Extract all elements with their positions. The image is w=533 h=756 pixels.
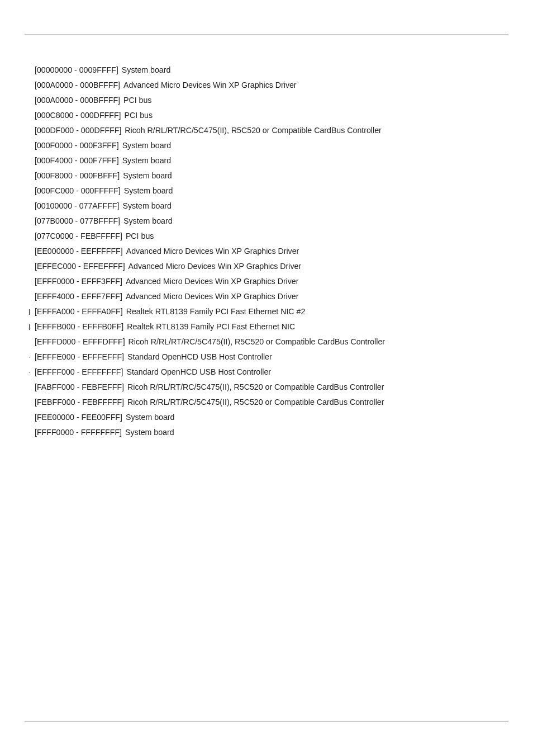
memory-address-range: [FABFF000 - FEBFEFFF]	[34, 380, 127, 395]
device-name: Realtek RTL8139 Family PCI Fast Ethernet…	[126, 304, 306, 319]
device-name: Advanced Micro Devices Win XP Graphics D…	[123, 78, 297, 93]
memory-resource-row: [EFFF4000 - EFFF7FFF]Advanced Micro Devi…	[25, 289, 533, 304]
device-name: Realtek RTL8139 Family PCI Fast Ethernet…	[127, 319, 295, 334]
memory-resource-list: [00000000 - 0009FFFF]System board[000A00…	[25, 63, 533, 440]
memory-resource-row: [EFFFD000 - EFFFDFFF]Ricoh R/RL/RT/RC/5C…	[25, 334, 533, 349]
memory-address-range: [EFFFF000 - EFFFFFFF]	[34, 365, 126, 380]
memory-address-range: [000C8000 - 000DFFFF]	[34, 108, 125, 123]
memory-resource-row: |[EFFFA000 - EFFFA0FF]Realtek RTL8139 Fa…	[25, 304, 533, 319]
memory-resource-row: [FEE00000 - FEE00FFF]System board	[25, 410, 533, 425]
memory-address-range: [000DF000 - 000DFFFF]	[34, 123, 125, 138]
device-name: PCI bus	[125, 108, 153, 123]
device-name: Standard OpenHCD USB Host Controller	[127, 349, 272, 365]
device-name: System board	[126, 410, 175, 425]
memory-address-range: [000A0000 - 000BFFFF]	[34, 78, 123, 93]
device-name: PCI bus	[126, 229, 154, 244]
memory-address-range: [000FC000 - 000FFFFF]	[34, 183, 124, 199]
device-name: System board	[122, 153, 172, 168]
device-name: Ricoh R/RL/RT/RC/5C475(II), R5C520 or Co…	[127, 380, 384, 395]
device-name: PCI bus	[123, 93, 151, 108]
bottom-horizontal-rule	[25, 721, 508, 721]
memory-resource-row: [000F4000 - 000F7FFF]System board	[25, 153, 533, 168]
memory-resource-row: [000FC000 - 000FFFFF]System board	[25, 183, 533, 199]
memory-resource-row: [00100000 - 077AFFFF]System board	[25, 199, 533, 214]
device-name: Standard OpenHCD USB Host Controller	[126, 365, 271, 380]
row-marker-icon: |	[25, 304, 34, 319]
device-name: System board	[123, 214, 173, 229]
memory-resource-row: [000F8000 - 000FBFFF]System board	[25, 168, 533, 183]
memory-address-range: [EFFEC000 - EFFEFFFF]	[34, 259, 129, 274]
memory-address-range: [EFFF0000 - EFFF3FFF]	[34, 274, 126, 289]
device-name: Ricoh R/RL/RT/RC/5C475(II), R5C520 or Co…	[129, 334, 385, 349]
device-name: Ricoh R/RL/RT/RC/5C475(II), R5C520 or Co…	[125, 123, 381, 138]
memory-resource-row: [FABFF000 - FEBFEFFF]Ricoh R/RL/RT/RC/5C…	[25, 380, 533, 395]
memory-resource-row: [000DF000 - 000DFFFF]Ricoh R/RL/RT/RC/5C…	[25, 123, 533, 138]
memory-address-range: [EE000000 - EEFFFFFF]	[34, 244, 126, 259]
memory-address-range: [EFFF4000 - EFFF7FFF]	[34, 289, 126, 304]
memory-resource-row: [FEBFF000 - FEBFFFFF]Ricoh R/RL/RT/RC/5C…	[25, 395, 533, 410]
memory-resource-row: [EE000000 - EEFFFFFF]Advanced Micro Devi…	[25, 244, 533, 259]
memory-address-range: [EFFFA000 - EFFFA0FF]	[34, 304, 126, 319]
memory-resource-row: [000A0000 - 000BFFFF]PCI bus	[25, 93, 533, 108]
memory-address-range: [00100000 - 077AFFFF]	[34, 199, 122, 214]
memory-resource-row: |[EFFFB000 - EFFFB0FF]Realtek RTL8139 Fa…	[25, 319, 533, 334]
device-name: System board	[125, 425, 174, 440]
memory-address-range: [EFFFB000 - EFFFB0FF]	[34, 319, 127, 334]
device-name: System board	[122, 199, 172, 214]
memory-address-range: [EFFFE000 - EFFFEFFF]	[34, 349, 127, 365]
memory-address-range: [FEBFF000 - FEBFFFFF]	[34, 395, 127, 410]
memory-address-range: [FEE00000 - FEE00FFF]	[34, 410, 126, 425]
device-name: System board	[122, 63, 171, 78]
device-name: Advanced Micro Devices Win XP Graphics D…	[126, 289, 299, 304]
memory-address-range: [EFFFD000 - EFFFDFFF]	[34, 334, 129, 349]
memory-resource-row: [077B0000 - 077BFFFF]System board	[25, 214, 533, 229]
device-name: Ricoh R/RL/RT/RC/5C475(II), R5C520 or Co…	[127, 395, 384, 410]
device-name: System board	[123, 168, 172, 183]
row-marker-icon: ·	[25, 349, 34, 365]
memory-address-range: [00000000 - 0009FFFF]	[34, 63, 122, 78]
device-name: Advanced Micro Devices Win XP Graphics D…	[126, 244, 299, 259]
memory-resource-row: [000F0000 - 000F3FFF]System board	[25, 138, 533, 153]
device-name: Advanced Micro Devices Win XP Graphics D…	[129, 259, 302, 274]
device-name: System board	[122, 138, 172, 153]
memory-resource-row: [FFFF0000 - FFFFFFFF]System board	[25, 425, 533, 440]
memory-resource-row: [00000000 - 0009FFFF]System board	[25, 63, 533, 78]
memory-resource-row: ·[EFFFE000 - EFFFEFFF]Standard OpenHCD U…	[25, 349, 533, 365]
memory-address-range: [FFFF0000 - FFFFFFFF]	[34, 425, 125, 440]
memory-resource-row: [077C0000 - FEBFFFFF]PCI bus	[25, 229, 533, 244]
row-marker-icon: ·	[25, 365, 34, 380]
memory-address-range: [000A0000 - 000BFFFF]	[34, 93, 123, 108]
memory-address-range: [077B0000 - 077BFFFF]	[34, 214, 123, 229]
memory-resource-row: [EFFEC000 - EFFEFFFF]Advanced Micro Devi…	[25, 259, 533, 274]
memory-resource-row: [EFFF0000 - EFFF3FFF]Advanced Micro Devi…	[25, 274, 533, 289]
device-name: System board	[124, 183, 173, 199]
memory-address-range: [000F0000 - 000F3FFF]	[34, 138, 122, 153]
memory-resource-row: [000A0000 - 000BFFFF]Advanced Micro Devi…	[25, 78, 533, 93]
row-marker-icon: |	[25, 319, 34, 334]
memory-address-range: [000F4000 - 000F7FFF]	[34, 153, 122, 168]
memory-resource-row: ·[EFFFF000 - EFFFFFFF]Standard OpenHCD U…	[25, 365, 533, 380]
top-horizontal-rule	[25, 35, 508, 35]
memory-resource-row: [000C8000 - 000DFFFF]PCI bus	[25, 108, 533, 123]
memory-address-range: [000F8000 - 000FBFFF]	[34, 168, 123, 183]
document-page: [00000000 - 0009FFFF]System board[000A00…	[0, 0, 533, 756]
memory-address-range: [077C0000 - FEBFFFFF]	[34, 229, 126, 244]
device-name: Advanced Micro Devices Win XP Graphics D…	[126, 274, 299, 289]
